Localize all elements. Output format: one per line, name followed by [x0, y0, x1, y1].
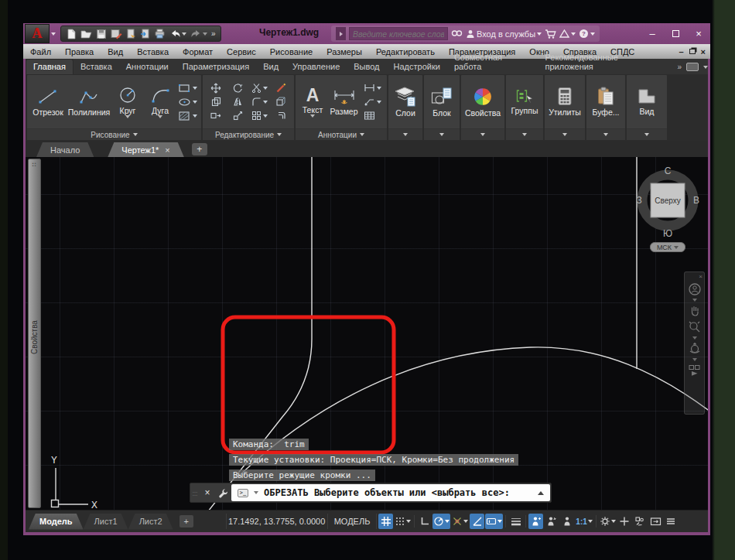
menu-tools[interactable]: Сервис — [220, 47, 263, 56]
view-shape-icon[interactable] — [637, 87, 657, 105]
ribbon-display-mode-button[interactable] — [686, 63, 699, 71]
mdi-minimize-button[interactable]: – — [679, 47, 683, 56]
polar-tracking-toggle[interactable] — [432, 514, 450, 529]
panel-title-utilities[interactable] — [545, 128, 585, 140]
save-as-button[interactable] — [111, 29, 122, 39]
redo-button[interactable] — [190, 29, 207, 39]
autodesk-exchange-icon[interactable] — [559, 29, 576, 38]
ribbon-tab-manage[interactable]: Управление — [285, 60, 347, 74]
new-layout-button[interactable]: + — [179, 515, 193, 528]
grid-toggle[interactable] — [378, 514, 393, 529]
app-menu-button[interactable]: A — [25, 24, 50, 43]
qat-more-button[interactable]: » — [211, 29, 216, 38]
pan-hand-icon[interactable] — [688, 304, 702, 318]
command-line-bar[interactable]: …… × >_ ОБРЕЗАТЬ Выберите объекты или <в… — [190, 483, 552, 503]
command-wrench-icon[interactable] — [215, 483, 231, 502]
orbit-icon[interactable] — [688, 342, 702, 356]
viewcube-west[interactable]: З — [636, 195, 641, 206]
file-tab-drawing1[interactable]: Чертеж1*× — [108, 142, 183, 157]
arc-button[interactable]: Дуга — [145, 75, 176, 128]
ribbon-tab-home[interactable]: Главная — [26, 59, 74, 74]
ribbon-tab-collaborate[interactable]: Совместная работа — [447, 50, 538, 74]
command-bar-grip[interactable]: …… — [190, 483, 200, 502]
layout-tab-layout1[interactable]: Лист1 — [84, 514, 128, 530]
undo-button[interactable] — [169, 29, 186, 39]
panel-title-draw[interactable]: Рисование — [27, 128, 201, 140]
ribbon-tab-view[interactable]: Вид — [256, 60, 285, 74]
dimension-button[interactable]: Размер — [327, 75, 361, 128]
panel-title-block[interactable] — [424, 128, 460, 140]
wcs-button[interactable]: МСК — [650, 242, 685, 252]
mirror-button[interactable] — [233, 97, 243, 107]
snap-toggle[interactable] — [394, 514, 412, 529]
close-button[interactable]: × — [687, 23, 710, 44]
line-button[interactable]: Отрезок — [29, 75, 67, 128]
menu-edit[interactable]: Правка — [58, 47, 101, 56]
copy-button[interactable] — [211, 97, 221, 107]
model-space-button[interactable]: МОДЕЛЬ — [328, 514, 378, 529]
menu-insert[interactable]: Вставка — [130, 47, 176, 56]
stretch-button[interactable] — [210, 111, 221, 121]
leader-button[interactable] — [362, 95, 383, 108]
customization-menu-button[interactable] — [664, 514, 679, 529]
crosshair-plus-button[interactable] — [617, 514, 632, 529]
command-expand-icon[interactable] — [538, 491, 544, 495]
navbar-close-icon[interactable]: × — [699, 273, 703, 280]
panel-title-properties[interactable] — [461, 128, 504, 140]
dynamic-input-toggle[interactable] — [485, 514, 503, 529]
text-button[interactable]: A Текст — [299, 75, 326, 128]
menu-draw[interactable]: Рисование — [263, 47, 320, 56]
array-button[interactable] — [251, 111, 268, 121]
command-close-icon[interactable]: × — [200, 483, 215, 502]
viewcube-east[interactable]: В — [693, 195, 699, 206]
annotation-visibility-toggle[interactable] — [528, 514, 543, 529]
app-store-cart-icon[interactable] — [545, 29, 556, 39]
search-history-button[interactable] — [336, 27, 346, 40]
ellipse-button[interactable] — [176, 95, 199, 108]
object-snap-tracking-toggle[interactable] — [451, 514, 469, 529]
menu-view[interactable]: Вид — [101, 47, 130, 56]
ribbon-overflow-icon[interactable]: » — [677, 63, 682, 71]
annotation-scale-button[interactable]: 1:1 — [575, 514, 593, 529]
drawing-canvas[interactable]: Y X •••• Свойства С Ю В З Сверху МСК × — [26, 157, 708, 510]
mdi-restore-button[interactable] — [689, 49, 696, 54]
properties-palette-bar[interactable]: •••• Свойства — [28, 159, 41, 508]
ribbon-tab-annotate[interactable]: Аннотации — [119, 60, 176, 74]
viewcube-south[interactable]: Ю — [663, 228, 672, 239]
annotation-scale-icon[interactable] — [559, 514, 574, 529]
offset-button[interactable] — [276, 111, 286, 121]
ribbon-tab-insert[interactable]: Вставка — [74, 60, 119, 74]
rectangle-button[interactable] — [176, 81, 199, 94]
block-icon[interactable] — [431, 87, 453, 107]
ortho-toggle[interactable] — [417, 514, 432, 529]
menu-modify[interactable]: Редактировать — [369, 47, 442, 56]
showmotion-icon[interactable] — [688, 364, 702, 377]
circle-button[interactable]: Круг — [111, 75, 144, 128]
isolate-objects-button[interactable] — [633, 514, 648, 529]
command-input[interactable]: >_ ОБРЕЗАТЬ Выберите объекты или <выбрат… — [231, 484, 550, 501]
viewcube[interactable]: С Ю В З Сверху МСК — [636, 165, 701, 258]
table-button[interactable] — [362, 109, 383, 122]
file-tab-start[interactable]: Начало — [36, 142, 94, 157]
new-file-button[interactable] — [66, 29, 77, 39]
menu-file[interactable]: Файл — [23, 47, 58, 56]
search-input[interactable] — [349, 27, 448, 40]
clean-screen-button[interactable] — [648, 514, 663, 529]
transfer-button[interactable] — [140, 29, 150, 39]
coordinates-display[interactable]: 17.1492, 13.7755, 0.0000 — [226, 514, 328, 529]
save-button[interactable] — [96, 29, 107, 39]
navigation-wheel-icon[interactable] — [688, 282, 702, 296]
color-wheel-icon[interactable] — [473, 87, 493, 107]
ribbon-display-caret-icon[interactable] — [703, 66, 708, 69]
panel-title-modify[interactable]: Редактирование — [203, 128, 294, 140]
menu-dimension[interactable]: Размеры — [320, 47, 369, 56]
fillet-button[interactable] — [251, 97, 268, 107]
open-file-button[interactable] — [80, 29, 92, 39]
maximize-button[interactable] — [664, 23, 687, 44]
ribbon-tab-parametric[interactable]: Параметризация — [176, 60, 256, 74]
hatch-button[interactable] — [176, 109, 199, 122]
mdi-close-button[interactable]: × — [701, 47, 706, 56]
calculator-icon[interactable] — [556, 87, 573, 106]
clipboard-icon[interactable] — [597, 87, 615, 106]
navigation-bar[interactable]: × — [684, 271, 705, 415]
